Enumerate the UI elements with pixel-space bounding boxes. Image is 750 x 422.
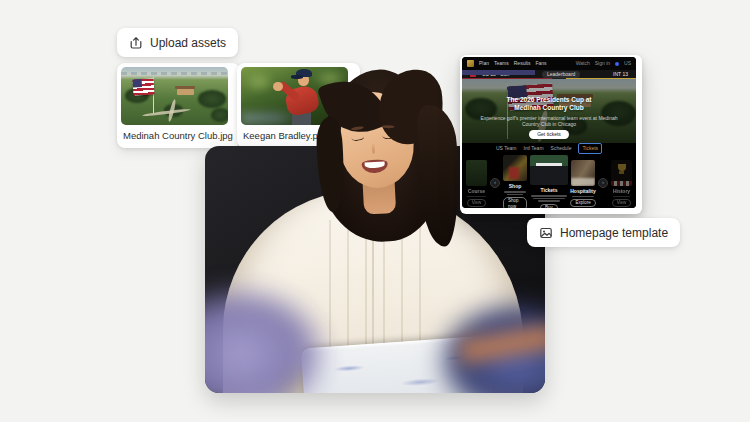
tab: US Team (496, 144, 516, 153)
trophy-icon (619, 171, 624, 174)
tab-active: Tickets (578, 143, 602, 154)
hero-cta-button: Get tickets (529, 130, 569, 139)
card-button: Buy (540, 204, 558, 209)
card-button: Shop now (503, 197, 527, 208)
card-tickets-image (530, 155, 568, 185)
us-flag-icon (470, 73, 476, 77)
homepage-preview-screen: Plan Teams Results Fans Watch Sign in US… (462, 57, 636, 208)
intl-score: INT 13 (613, 70, 628, 79)
nav-item: Results (514, 57, 531, 70)
leaderboard-pill: Leaderboard (542, 71, 580, 78)
presidents-cup-logo (467, 60, 474, 67)
card-desc-line (507, 194, 524, 196)
upload-icon (129, 36, 143, 50)
preview-navbar: Plan Teams Results Fans Watch Sign in US (462, 57, 636, 70)
homepage-template-label: Homepage template (560, 226, 668, 240)
card-desc-line (533, 198, 565, 200)
preview-card-carousel: Course View ‹ Shop Shop now Tickets (462, 154, 636, 208)
upload-assets-button[interactable]: Upload assets (117, 28, 238, 57)
woman-eyebrow (382, 125, 395, 128)
tab: Schedule (551, 144, 572, 153)
card-history: History View (611, 160, 632, 208)
card-hospitality-image (571, 160, 595, 186)
card-desc-line (467, 196, 486, 198)
card-title: Tickets (540, 187, 557, 193)
card-shop-image (503, 155, 527, 181)
image-icon (539, 226, 553, 240)
homepage-preview-panel[interactable]: Plan Teams Results Fans Watch Sign in US… (460, 55, 642, 214)
card-title: Shop (509, 183, 522, 189)
card-desc-line (504, 191, 527, 193)
nav-item: Watch (576, 57, 590, 70)
homepage-template-button[interactable]: Homepage template (527, 218, 680, 247)
card-tickets: Tickets Buy (530, 155, 568, 208)
nav-item: Teams (494, 57, 509, 70)
woman-hair-side (417, 104, 462, 248)
hero-copy: The 2026 Presidents Cup at Medinah Count… (462, 79, 636, 143)
carousel-next-icon: › (598, 178, 608, 188)
us-flag-icon (132, 78, 154, 95)
striped-band (611, 181, 632, 186)
card-button: View (612, 199, 632, 207)
card-desc-line (531, 195, 567, 197)
account-icon (615, 62, 619, 66)
hero-title: The 2026 Presidents Cup at Medinah Count… (493, 96, 605, 112)
upload-assets-label: Upload assets (150, 36, 226, 50)
tab: Intl Team (523, 144, 543, 153)
card-history-image (611, 160, 632, 186)
card-hospitality: Hospitality Explore (571, 160, 595, 208)
card-course-image (466, 160, 487, 186)
card-title: Course (468, 188, 485, 194)
card-shop: Shop Shop now (503, 155, 527, 208)
hero-subtitle: Experience golf's premier international … (479, 115, 619, 128)
card-desc-line (538, 200, 561, 202)
card-title: Hospitality (570, 188, 596, 194)
card-course: Course View (466, 160, 487, 208)
nav-item: Sign in (595, 57, 610, 70)
card-button: View (467, 199, 487, 207)
card-title: History (613, 188, 630, 194)
card-desc-line (572, 196, 594, 198)
preview-hero: The 2026 Presidents Cup at Medinah Count… (462, 79, 636, 143)
preview-tabs: US Team Intl Team Schedule Tickets (462, 143, 636, 154)
card-desc-line (613, 196, 631, 198)
clubhouse (177, 89, 194, 95)
nav-item: Fans (535, 57, 546, 70)
marketing-canvas: Upload assets Medinah Country Club.jpg (0, 0, 750, 422)
trophy-icon (618, 164, 626, 171)
foreground-blur-left (205, 284, 330, 393)
nav-item: US (624, 57, 631, 70)
nav-item: Plan (479, 57, 489, 70)
card-button: Explore (570, 199, 595, 207)
preview-scoreboard: US 15 · Sun Leaderboard INT 13 (462, 70, 636, 79)
carousel-prev-icon: ‹ (490, 178, 500, 188)
